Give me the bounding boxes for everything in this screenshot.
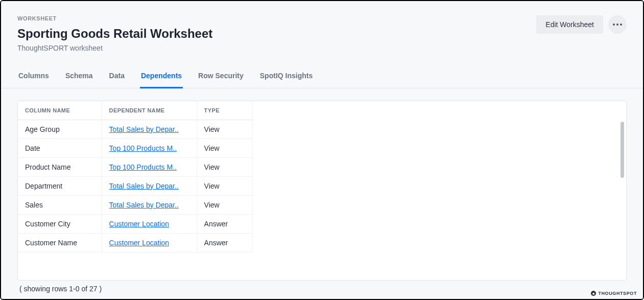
table-header-dependent-name[interactable]: DEPENDENT NAME bbox=[102, 101, 197, 120]
tab-data[interactable]: Data bbox=[108, 66, 126, 88]
dependent-link[interactable]: Total Sales by Depar.. bbox=[109, 125, 179, 133]
cell-column-name: Customer City bbox=[18, 215, 102, 234]
tab-spotiq-insights[interactable]: SpotIQ Insights bbox=[259, 66, 314, 88]
table-row: Customer City Customer Location Answer bbox=[18, 215, 253, 234]
dependent-link[interactable]: Top 100 Products M.. bbox=[109, 163, 177, 171]
edit-worksheet-button[interactable]: Edit Worksheet bbox=[536, 15, 603, 34]
table-row: Department Total Sales by Depar.. View bbox=[18, 177, 253, 196]
cell-type: Answer bbox=[197, 215, 252, 234]
cell-type: View bbox=[197, 177, 252, 196]
table-header-column-name[interactable]: COLUMN NAME bbox=[18, 101, 102, 120]
tab-schema[interactable]: Schema bbox=[64, 66, 94, 88]
dependent-link[interactable]: Total Sales by Depar.. bbox=[109, 182, 179, 190]
cell-type: View bbox=[197, 196, 252, 215]
tab-row-security[interactable]: Row Security bbox=[197, 66, 245, 88]
tab-dependents[interactable]: Dependents bbox=[140, 66, 183, 88]
cell-type: View bbox=[197, 139, 252, 158]
cell-column-name: Date bbox=[18, 139, 102, 158]
table-row: Date Top 100 Products M.. View bbox=[18, 139, 253, 158]
cell-column-name: Product Name bbox=[18, 158, 102, 177]
row-count-summary: ( showing rows 1-0 of 27 ) bbox=[17, 281, 627, 299]
cell-column-name: Sales bbox=[18, 196, 102, 215]
breadcrumb: WORKSHEET bbox=[17, 15, 212, 21]
dependent-link[interactable]: Customer Location bbox=[109, 239, 170, 247]
table-row: Sales Total Sales by Depar.. View bbox=[18, 196, 253, 215]
tab-columns[interactable]: Columns bbox=[17, 66, 50, 88]
cell-column-name: Customer Name bbox=[18, 234, 102, 252]
table-row: Product Name Top 100 Products M.. View bbox=[18, 158, 253, 177]
table-row: Customer Name Customer Location Answer bbox=[18, 234, 253, 252]
cell-type: View bbox=[197, 120, 252, 139]
cell-type: Answer bbox=[197, 234, 252, 252]
cell-type: View bbox=[197, 158, 252, 177]
footer-brand: ■ THOUGHTSPOT bbox=[591, 291, 637, 296]
dependent-link[interactable]: Customer Location bbox=[109, 220, 170, 228]
table-header-type[interactable]: TYPE bbox=[197, 101, 252, 120]
dependent-link[interactable]: Total Sales by Depar.. bbox=[109, 201, 179, 209]
tab-bar: Columns Schema Data Dependents Row Secur… bbox=[1, 66, 643, 88]
cell-column-name: Age Group bbox=[18, 120, 102, 139]
scrollbar-thumb[interactable] bbox=[621, 122, 624, 178]
cell-column-name: Department bbox=[18, 177, 102, 196]
brand-logo-icon: ■ bbox=[591, 291, 596, 296]
page-title: Sporting Goods Retail Worksheet bbox=[17, 27, 212, 41]
ellipsis-icon bbox=[613, 24, 622, 26]
page-subtitle: ThoughtSPORT worksheet bbox=[17, 44, 212, 52]
dependents-table: COLUMN NAME DEPENDENT NAME TYPE Age Grou… bbox=[18, 101, 253, 252]
table-row: Age Group Total Sales by Depar.. View bbox=[18, 120, 253, 139]
dependent-link[interactable]: Top 100 Products M.. bbox=[109, 144, 177, 152]
more-options-button[interactable] bbox=[608, 15, 627, 34]
brand-text: THOUGHTSPOT bbox=[598, 291, 637, 296]
dependents-table-container: COLUMN NAME DEPENDENT NAME TYPE Age Grou… bbox=[17, 101, 627, 281]
